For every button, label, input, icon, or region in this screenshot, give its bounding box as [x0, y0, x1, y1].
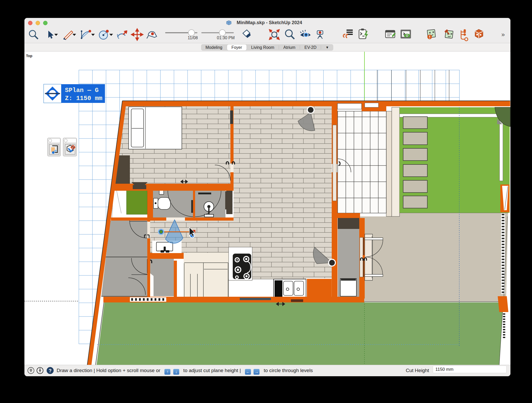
svg-text:Z: 1150 mm: Z: 1150 mm	[65, 95, 102, 102]
svg-text:11/08: 11/08	[188, 36, 198, 40]
svg-text:SPlan — G: SPlan — G	[65, 87, 99, 94]
svg-text:»: »	[501, 31, 505, 38]
svg-text:Top: Top	[26, 54, 32, 58]
svg-text:01:30 PM: 01:30 PM	[217, 36, 235, 40]
svg-text:?: ?	[49, 368, 52, 373]
